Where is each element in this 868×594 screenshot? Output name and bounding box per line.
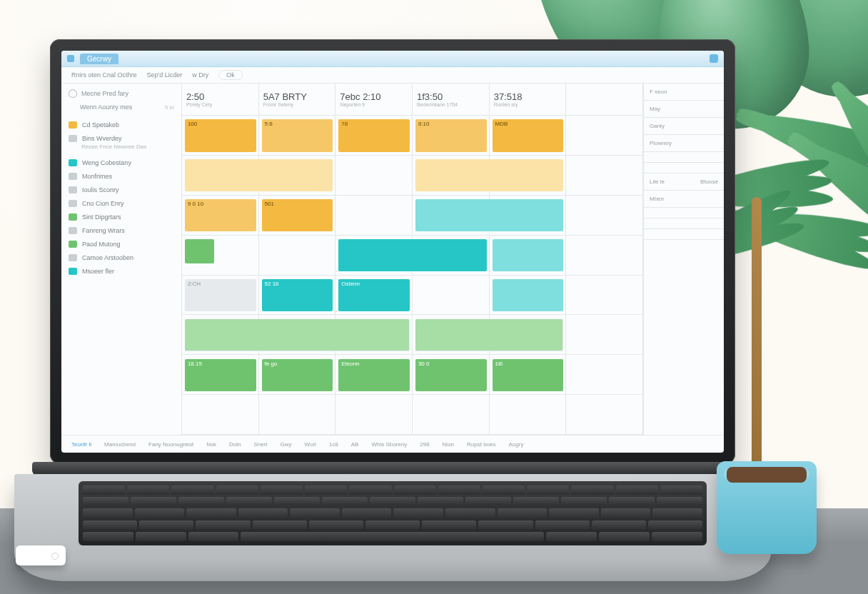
footer-item[interactable]: AB xyxy=(351,441,359,448)
footer-item[interactable]: Fany Noonugnest xyxy=(148,441,193,448)
calendar-event[interactable]: 2:CH xyxy=(185,279,256,311)
calendar-event[interactable]: 8:10 xyxy=(415,119,487,151)
right-panel-row[interactable]: May xyxy=(644,101,724,118)
column-header[interactable]: 1f3:50Bedermkann 1704 xyxy=(413,84,490,115)
calendar-event[interactable]: 100 xyxy=(185,119,256,151)
footer-item[interactable]: Gwy xyxy=(281,441,292,448)
sidebar: Mecne Pred fary Wenn Aounry mes 5 In Cd … xyxy=(61,84,182,435)
column-time: 2:50 xyxy=(186,91,254,102)
footer-item[interactable]: Ropst boes xyxy=(467,441,495,448)
column-header-row: 2:50Pbrely Cety5A7 BRTYFromr Seteny7ebc … xyxy=(182,84,643,116)
sidebar-header: Mecne Pred fary xyxy=(61,84,181,104)
window-control-icon[interactable] xyxy=(710,54,718,63)
calendar-event[interactable]: 9 0 10 xyxy=(185,199,256,231)
calendar-event[interactable]: Ostenn xyxy=(338,279,410,311)
calendar-event[interactable] xyxy=(415,199,564,231)
dot-icon xyxy=(69,268,77,275)
column-header[interactable]: 2:50Pbrely Cety xyxy=(182,84,259,115)
right-panel-row[interactable] xyxy=(644,218,724,229)
footer-item[interactable]: Snert xyxy=(253,441,267,448)
sidebar-item[interactable]: Cd Spetakeb xyxy=(61,116,181,130)
calendar-event[interactable]: 1l6 xyxy=(493,359,564,391)
footer-item[interactable]: Nion xyxy=(443,441,454,448)
sidebar-count: 5 In xyxy=(165,104,174,111)
screen-bezel: Gecrwy Rnirs oten Cnal Octhre Sep'd Licd… xyxy=(50,39,735,464)
right-panel-row[interactable] xyxy=(644,208,724,218)
column-header[interactable] xyxy=(566,84,643,115)
sidebar-list: Cd SpetakebBins WverdeyRecee Fnce Newnee… xyxy=(61,116,181,435)
sidebar-item[interactable]: Msoeer fler xyxy=(61,263,181,276)
laptop: Gecrwy Rnirs oten Cnal Octhre Sep'd Licd… xyxy=(50,39,735,581)
calendar-event[interactable]: 30 0 xyxy=(415,359,487,391)
footer-item[interactable]: 298 xyxy=(420,441,429,448)
footer-item[interactable]: Mamocbend xyxy=(104,441,136,448)
calendar-event[interactable] xyxy=(415,159,564,191)
calendar-event[interactable]: 52 16 xyxy=(262,279,333,311)
plant-pot xyxy=(717,461,817,554)
toolbar-item[interactable]: w Dry xyxy=(192,71,208,79)
column-header[interactable]: 37:518Runten sry xyxy=(490,84,567,115)
keyboard xyxy=(79,481,707,545)
calendar-event[interactable] xyxy=(185,319,410,351)
dot-icon xyxy=(69,173,77,180)
sidebar-item-label: Paod Mutong xyxy=(82,241,121,248)
calendar-area: 2:50Pbrely Cety5A7 BRTYFromr Seteny7ebc … xyxy=(182,84,643,435)
calendar-event[interactable]: fe go xyxy=(262,359,333,391)
toolbar-item[interactable]: Sep'd Licder xyxy=(147,71,183,79)
right-panel-row[interactable] xyxy=(644,229,724,240)
right-panel-row[interactable]: Piowrery xyxy=(644,135,724,152)
sidebar-item-label: Cd Spetakeb xyxy=(82,121,119,129)
footer-link[interactable]: Teonfr ll xyxy=(71,441,91,448)
calendar-event[interactable]: 78 xyxy=(338,119,410,151)
calendar-grid[interactable]: 1005:8788:10MDB9 0 105012:CH52 16Ostenn1… xyxy=(182,116,643,435)
right-panel-row[interactable]: Mben xyxy=(644,191,724,208)
column-label: Fromr Seteny xyxy=(263,102,331,107)
right-panel: F xeonMayGanlyPiowreryLile leBtooseMben xyxy=(643,84,724,435)
calendar-event[interactable] xyxy=(493,239,564,271)
laptop-hinge xyxy=(32,462,753,475)
dot-icon xyxy=(69,200,77,207)
calendar-event[interactable]: MDB xyxy=(493,119,564,151)
column-header[interactable]: 7ebc 2:10Neporten 9 xyxy=(335,84,413,115)
sidebar-item[interactable]: Weng Cobestany xyxy=(61,154,181,168)
right-panel-row[interactable]: Lile leBtoose xyxy=(644,173,724,191)
dot-icon xyxy=(69,241,77,248)
right-panel-row[interactable]: F xeon xyxy=(644,84,724,101)
calendar-event[interactable] xyxy=(415,319,564,351)
footer-item[interactable]: Worl xyxy=(305,441,316,448)
footer-item[interactable]: 1c8 xyxy=(329,441,338,448)
right-panel-row[interactable] xyxy=(644,163,724,173)
right-panel-row[interactable]: Ganly xyxy=(644,118,724,135)
sidebar-item-label: Cno Cion Enry xyxy=(82,200,124,207)
sidebar-item[interactable]: Bins Wverdey xyxy=(61,130,181,144)
sidebar-item[interactable]: Ioulis Sconry xyxy=(61,181,181,195)
sidebar-item[interactable]: Monfrimes xyxy=(61,168,181,181)
sidebar-item-label: Camoe Arstooben xyxy=(82,254,133,261)
sidebar-item[interactable]: Paod Mutong xyxy=(61,236,181,249)
sidebar-item[interactable]: Fanreng Wrars xyxy=(61,222,181,236)
sidebar-item[interactable]: Camoe Arstooben xyxy=(61,249,181,263)
calendar-event[interactable] xyxy=(185,239,214,263)
calendar-event[interactable]: 18.15 xyxy=(185,359,256,391)
toolbar-item[interactable]: Rnirs oten Cnal Octhre xyxy=(71,71,137,79)
sidebar-item[interactable]: Cno Cion Enry xyxy=(61,195,181,208)
footer-item[interactable]: Doln xyxy=(229,441,241,448)
column-header[interactable]: 5A7 BRTYFromr Seteny xyxy=(259,84,336,115)
right-panel-row[interactable] xyxy=(644,152,724,163)
footer-item[interactable]: Aogry xyxy=(509,441,524,448)
sidebar-item-label: Msoeer fler xyxy=(82,268,114,275)
sidebar-item[interactable]: Sint Dipgrtars xyxy=(61,208,181,222)
calendar-event[interactable] xyxy=(493,279,564,311)
calendar-event[interactable] xyxy=(338,239,487,271)
column-time: 1f3:50 xyxy=(417,91,485,102)
calendar-event[interactable]: Eteonn xyxy=(338,359,410,391)
calendar-event[interactable]: 501 xyxy=(262,199,333,231)
sidebar-item-label: Ioulis Sconry xyxy=(82,186,119,193)
dot-icon xyxy=(69,121,77,129)
footer-item[interactable]: Nsk xyxy=(206,441,216,448)
window-tab[interactable]: Gecrwy xyxy=(80,54,118,64)
calendar-event[interactable] xyxy=(185,159,333,191)
footer-item[interactable]: Whis Sboreny xyxy=(371,441,407,448)
toolbar-pill[interactable]: Ok xyxy=(218,70,243,80)
calendar-event[interactable]: 5:8 xyxy=(262,119,333,151)
